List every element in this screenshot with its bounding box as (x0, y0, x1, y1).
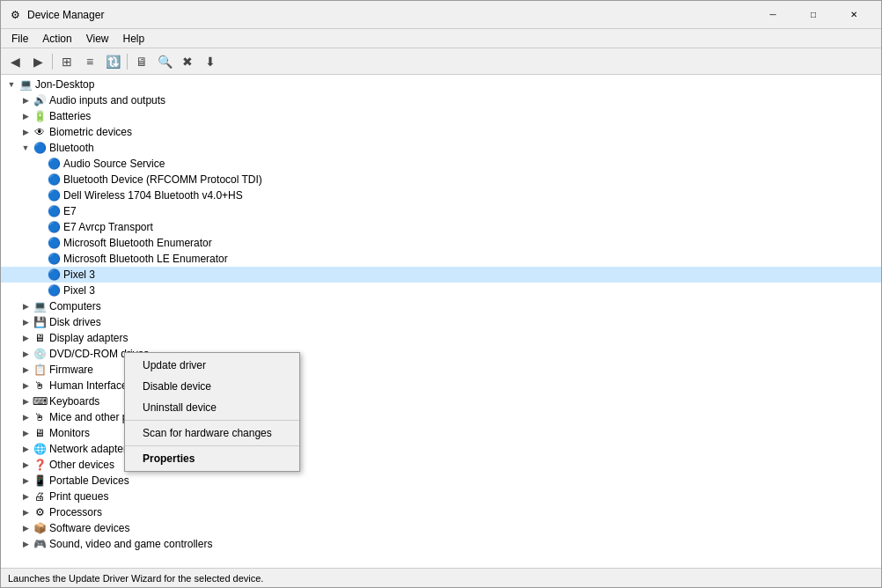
expand-computers[interactable]: ▶ (18, 299, 33, 313)
expand-hid[interactable]: ▶ (18, 379, 33, 393)
tree-item-processors[interactable]: ▶ ⚙ Processors (1, 504, 881, 520)
icon-computers: 💻 (33, 299, 47, 313)
expand-bt-msenum (33, 236, 47, 250)
expand-biometric[interactable]: ▶ (18, 125, 33, 139)
tree-item-bt-msenum[interactable]: 🔵 Microsoft Bluetooth Enumerator (1, 235, 881, 251)
back-button[interactable]: ◀ (4, 51, 26, 72)
expand-software[interactable]: ▶ (18, 521, 33, 535)
icon-bt-msle: 🔵 (47, 252, 61, 266)
label-print: Print queues (49, 490, 108, 503)
context-menu-update-driver[interactable]: Update driver (125, 355, 299, 376)
expand-root[interactable]: ▼ (4, 77, 18, 92)
forward-button[interactable]: ▶ (27, 51, 48, 72)
tree-item-biometric[interactable]: ▶ 👁 Biometric devices (1, 124, 881, 140)
tree-item-computers[interactable]: ▶ 💻 Computers (1, 298, 881, 314)
menu-file[interactable]: File (4, 31, 35, 47)
tree-item-bt-e7[interactable]: 🔵 E7 (1, 203, 881, 219)
toolbar: ◀ ▶ ⊞ ≡ 🔃 🖥 🔍 ✖ ⬇ (1, 48, 881, 75)
icon-display: 🖥 (33, 331, 47, 345)
properties-toolbar-button[interactable]: ≡ (79, 51, 100, 72)
title-controls: ─ □ ✕ (753, 1, 874, 29)
expand-other[interactable]: ▶ (18, 458, 33, 472)
label-sound: Sound, video and game controllers (49, 538, 212, 550)
icon-biometric: 👁 (33, 125, 47, 139)
context-menu-uninstall-device[interactable]: Uninstall device (125, 397, 299, 418)
label-bt-audio-source: Audio Source Service (63, 158, 165, 170)
tree-item-audio[interactable]: ▶ 🔊 Audio inputs and outputs (1, 92, 881, 108)
tree-item-bt-rfcomm[interactable]: 🔵 Bluetooth Device (RFCOMM Protocol TDI) (1, 172, 881, 187)
context-menu-separator-1 (125, 420, 299, 421)
download-toolbar-button[interactable]: ⬇ (200, 51, 221, 72)
label-portable: Portable Devices (49, 474, 129, 487)
label-bt-dell: Dell Wireless 1704 Bluetooth v4.0+HS (63, 189, 243, 202)
label-network: Network adapters (49, 443, 132, 455)
expand-bluetooth[interactable]: ▼ (18, 141, 33, 155)
main-content: ▼ 💻 Jon-Desktop ▶ 🔊 Audio inputs and out… (1, 75, 881, 568)
menu-action[interactable]: Action (35, 31, 78, 47)
expand-bt-rfcomm (33, 173, 47, 187)
context-menu-disable-device[interactable]: Disable device (125, 376, 299, 397)
expand-dvd[interactable]: ▶ (18, 347, 33, 361)
expand-processors[interactable]: ▶ (18, 505, 33, 519)
expand-portable[interactable]: ▶ (18, 474, 33, 488)
context-menu-scan-hardware[interactable]: Scan for hardware changes (125, 423, 299, 444)
expand-batteries[interactable]: ▶ (18, 109, 33, 123)
close-button[interactable]: ✕ (834, 1, 874, 29)
expand-network[interactable]: ▶ (18, 442, 33, 456)
expand-bt-e7 (33, 204, 47, 218)
label-batteries: Batteries (49, 110, 91, 122)
icon-print: 🖨 (33, 489, 47, 503)
expand-print[interactable]: ▶ (18, 489, 33, 503)
label-bt-e7avrcp: E7 Avrcp Transport (63, 221, 153, 233)
icon-network: 🌐 (33, 442, 47, 456)
context-menu-separator-2 (125, 445, 299, 446)
tree-item-root[interactable]: ▼ 💻 Jon-Desktop (1, 77, 881, 92)
icon-batteries: 🔋 (33, 109, 47, 123)
expand-audio[interactable]: ▶ (18, 93, 33, 107)
computer-toolbar-button[interactable]: 🖥 (131, 51, 152, 72)
tree-item-bluetooth[interactable]: ▼ 🔵 Bluetooth (1, 140, 881, 156)
tree-item-software[interactable]: ▶ 📦 Software devices (1, 520, 881, 536)
expand-sound[interactable]: ▶ (18, 537, 33, 551)
tree-item-portable[interactable]: ▶ 📱 Portable Devices (1, 473, 881, 489)
menu-view[interactable]: View (79, 31, 116, 47)
tree-item-bt-dell[interactable]: 🔵 Dell Wireless 1704 Bluetooth v4.0+HS (1, 187, 881, 203)
tree-item-bt-pixel3a[interactable]: 🔵 Pixel 3 (1, 267, 881, 283)
show-hide-button[interactable]: ⊞ (56, 51, 77, 72)
update-driver-toolbar-button[interactable]: 🔃 (102, 51, 123, 72)
label-disk: Disk drives (49, 316, 101, 328)
expand-display[interactable]: ▶ (18, 331, 33, 345)
expand-mice[interactable]: ▶ (18, 410, 33, 424)
tree-item-bt-pixel3b[interactable]: 🔵 Pixel 3 (1, 283, 881, 298)
expand-disk[interactable]: ▶ (18, 315, 33, 329)
expand-bt-e7avrcp (33, 220, 47, 234)
tree-item-print[interactable]: ▶ 🖨 Print queues (1, 489, 881, 504)
minimize-button[interactable]: ─ (753, 1, 793, 29)
scan-toolbar-button[interactable]: 🔍 (154, 51, 175, 72)
expand-keyboards[interactable]: ▶ (18, 394, 33, 408)
label-firmware: Firmware (49, 364, 93, 376)
menu-help[interactable]: Help (116, 31, 152, 47)
tree-item-disk[interactable]: ▶ 💾 Disk drives (1, 314, 881, 330)
tree-item-bt-e7avrcp[interactable]: 🔵 E7 Avrcp Transport (1, 219, 881, 235)
icon-root: 💻 (18, 77, 33, 92)
label-bt-pixel3b: Pixel 3 (63, 284, 95, 297)
tree-item-sound[interactable]: ▶ 🎮 Sound, video and game controllers (1, 536, 881, 552)
icon-software: 📦 (33, 521, 47, 535)
tree-item-bt-msle[interactable]: 🔵 Microsoft Bluetooth LE Enumerator (1, 251, 881, 267)
label-keyboards: Keyboards (49, 395, 99, 408)
icon-sound: 🎮 (33, 537, 47, 551)
label-bt-msenum: Microsoft Bluetooth Enumerator (63, 237, 212, 249)
tree-item-display[interactable]: ▶ 🖥 Display adapters (1, 330, 881, 346)
expand-bt-pixel3a (33, 268, 47, 282)
status-text: Launches the Update Driver Wizard for th… (8, 573, 263, 584)
device-tree[interactable]: ▼ 💻 Jon-Desktop ▶ 🔊 Audio inputs and out… (1, 75, 881, 568)
expand-bt-pixel3b (33, 283, 47, 298)
expand-monitors[interactable]: ▶ (18, 426, 33, 440)
uninstall-toolbar-button[interactable]: ✖ (177, 51, 198, 72)
context-menu-properties[interactable]: Properties (125, 448, 299, 469)
tree-item-batteries[interactable]: ▶ 🔋 Batteries (1, 108, 881, 124)
maximize-button[interactable]: □ (793, 1, 834, 29)
tree-item-bt-audio-source[interactable]: 🔵 Audio Source Service (1, 156, 881, 172)
expand-firmware[interactable]: ▶ (18, 363, 33, 377)
